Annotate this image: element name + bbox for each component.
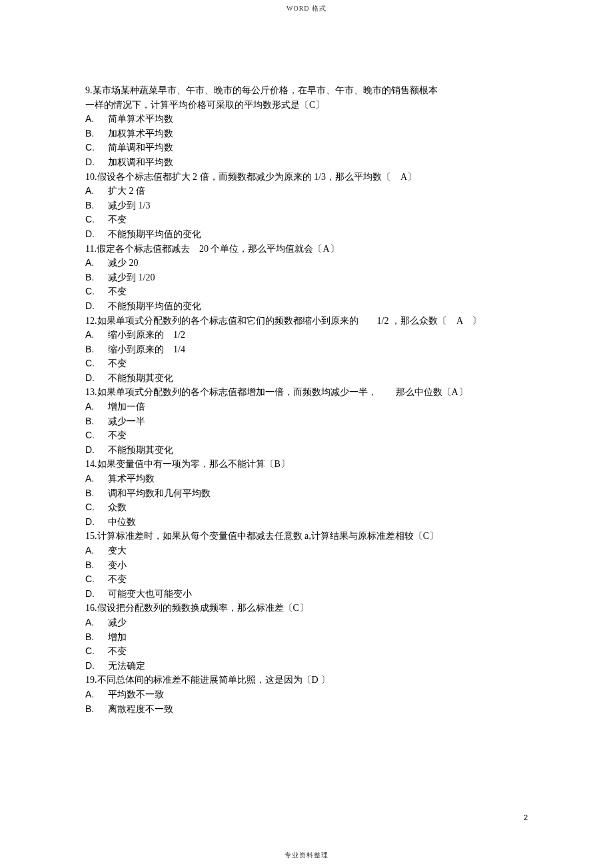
option-text: 减少到 1/20 [100,271,155,284]
option-text: 不变 [100,573,127,586]
option-letter: B. [85,487,100,500]
content-area: 9.某市场某种蔬菜早市、午市、晚市的每公斤价格，在早市、午市、晚市的销售额根本 … [85,13,528,715]
option-letter: B. [85,703,100,716]
option-text: 减少 [100,616,127,630]
option: C.不变 [85,213,528,226]
option: D.不能预期平均值的变化 [85,300,528,313]
option-letter: D. [85,372,100,385]
option-letter: C. [85,213,100,226]
option-text: 可能变大也可能变小 [100,588,192,601]
option-letter: B. [85,343,100,356]
option: C.不变 [85,357,528,370]
option-text: 不变 [100,357,127,370]
page-header: WORD 格式 [85,0,528,13]
option: D.中位数 [85,516,528,529]
option-text: 算术平均数 [100,472,155,486]
option: B.减少到 1/3 [85,199,528,213]
page-footer: 专业资料整理 [0,851,613,860]
option: B.离散程度不一致 [85,703,528,716]
option-letter: D. [85,516,100,529]
option-text: 变小 [100,559,127,572]
option-letter: C. [85,645,100,658]
question-text: 16.假设把分配数列的频数换成频率，那么标准差〔C〕 [85,602,528,615]
option-letter: D. [85,228,100,241]
option-text: 减少一半 [100,415,145,428]
option: D.不能预期其变化 [85,372,528,385]
question-text: 14.如果变量值中有一项为零，那么不能计算〔B〕 [85,458,528,471]
option: D.加权调和平均数 [85,156,528,169]
option-letter: C. [85,573,100,586]
option-letter: D. [85,156,100,169]
option-text: 变大 [100,544,127,558]
option: B.增加 [85,631,528,644]
option-text: 中位数 [100,516,136,529]
option-letter: C. [85,141,100,155]
option-letter: A. [85,688,100,701]
option: C.不变 [85,429,528,442]
option: A.平均数不一致 [85,688,528,701]
option-text: 不能预期其变化 [100,372,173,385]
option: A.增加一倍 [85,400,528,414]
option: A.扩大 2 倍 [85,185,528,198]
option-letter: C. [85,429,100,442]
option-letter: A. [85,616,100,630]
option: D.不能预期其变化 [85,444,528,457]
question-text: 9.某市场某种蔬菜早市、午市、晚市的每公斤价格，在早市、午市、晚市的销售额根本 [85,84,528,97]
question-text: 10.假设各个标志值都扩大 2 倍，而频数都减少为原来的 1/3，那么平均数〔 … [85,171,528,184]
option-letter: A. [85,328,100,342]
option-text: 不变 [100,645,127,658]
option-text: 加权算术平均数 [100,127,173,141]
option-text: 不能预期平均值的变化 [100,228,201,241]
option: C.不变 [85,573,528,586]
option-text: 众数 [100,501,127,514]
option: A.减少 20 [85,256,528,270]
option-letter: A. [85,113,100,126]
page-number: 2 [524,813,528,821]
option: D.不能预期平均值的变化 [85,228,528,241]
option-text: 加权调和平均数 [100,156,173,169]
question-text: 15.计算标准差时，如果从每个变量值中都减去任意数 a,计算结果与原标准差相较〔… [85,530,528,543]
option-text: 缩小到原来的 1/4 [100,343,185,356]
option-letter: C. [85,285,100,298]
option-letter: A. [85,256,100,270]
option-text: 减少 20 [100,256,139,270]
option-text: 平均数不一致 [100,688,164,701]
question-text: 12.如果单项式分配数列的各个标志值和它们的频数都缩小到原来的 1/2 ，那么众… [85,314,528,328]
option-text: 不变 [100,285,127,298]
option-letter: B. [85,559,100,572]
option-letter: D. [85,659,100,673]
option-text: 不能预期其变化 [100,444,173,457]
option: B.减少一半 [85,415,528,428]
option-text: 减少到 1/3 [100,199,150,213]
option-letter: D. [85,588,100,601]
question-text: 19.不同总体间的标准差不能进展简单比照，这是因为〔D 〕 [85,673,528,687]
question-text: 11.假定各个标志值都减去 20 个单位，那么平均值就会〔A〕 [85,242,528,256]
option-letter: B. [85,415,100,428]
option: A.算术平均数 [85,472,528,486]
option-text: 增加 [100,631,127,644]
document-page: WORD 格式 9.某市场某种蔬菜早市、午市、晚市的每公斤价格，在早市、午市、晚… [0,0,613,868]
option-letter: B. [85,127,100,141]
option: A.变大 [85,544,528,558]
option-text: 缩小到原来的 1/2 [100,328,185,342]
option: B.调和平均数和几何平均数 [85,487,528,500]
option-letter: A. [85,185,100,198]
option: B.缩小到原来的 1/4 [85,343,528,356]
option: C.不变 [85,285,528,298]
option: D.可能变大也可能变小 [85,588,528,601]
option-letter: A. [85,472,100,486]
option: B.变小 [85,559,528,572]
option-letter: A. [85,400,100,414]
option-letter: D. [85,300,100,313]
option: A.简单算术平均数 [85,113,528,126]
option: A.减少 [85,616,528,630]
option-text: 无法确定 [100,659,145,673]
option: C.众数 [85,501,528,514]
option-letter: C. [85,357,100,370]
option: D.无法确定 [85,659,528,673]
option-text: 离散程度不一致 [100,703,173,716]
option: A.缩小到原来的 1/2 [85,328,528,342]
option: B.加权算术平均数 [85,127,528,141]
option-letter: B. [85,631,100,644]
option-text: 简单调和平均数 [100,141,173,155]
